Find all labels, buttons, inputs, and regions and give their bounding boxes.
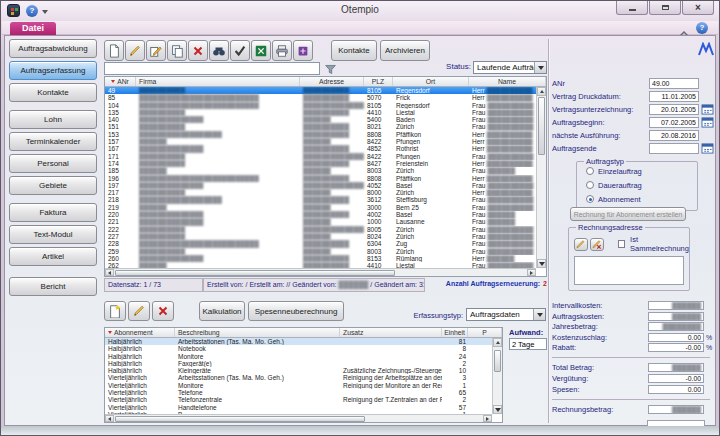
- order-row[interactable]: 196 ██████████████████████████ █████████…: [105, 175, 536, 182]
- orders-vertical-scrollbar[interactable]: [536, 87, 546, 268]
- order-row[interactable]: 227 ██████████ ██████ 8024 Zürich Frau██…: [105, 233, 536, 240]
- amount-field[interactable]: 0.00: [648, 385, 704, 394]
- tab-datei[interactable]: Datei: [10, 22, 56, 35]
- excel-export-button[interactable]: [251, 40, 271, 61]
- naechste-ausfuehrung-field[interactable]: 20.08.2016: [649, 130, 699, 141]
- order-row[interactable]: 151 ██████████ ██████████ 8021 Zürich Fr…: [105, 123, 536, 130]
- column-header-p[interactable]: P: [468, 328, 502, 337]
- scroll-thumb[interactable]: [115, 416, 365, 422]
- order-row[interactable]: 140 ██████████████ ██████ 5400 Baden Fra…: [105, 116, 536, 123]
- calendar-icon[interactable]: [701, 104, 714, 115]
- copy-record-button[interactable]: [167, 40, 187, 61]
- order-row[interactable]: 222 ██████████ ██████████████ 8005 Züric…: [105, 226, 536, 233]
- amount-field[interactable]: 0.00: [648, 333, 704, 342]
- scroll-thumb[interactable]: [538, 97, 545, 155]
- order-row[interactable]: 167 ██████████████ ██████████ 4852 Rothr…: [105, 145, 536, 152]
- sidebar-item-text-modul[interactable]: Text-Modul: [9, 225, 97, 244]
- sidebar-item-auftragsabwicklung[interactable]: Auftragsabwicklung: [9, 39, 97, 58]
- position-edit-button[interactable]: [128, 301, 150, 321]
- column-header-name[interactable]: Name: [469, 77, 546, 86]
- sidebar-item-bericht[interactable]: Bericht: [9, 277, 97, 296]
- amount-field[interactable]: ██████: [648, 363, 704, 372]
- order-row[interactable]: 218 ██████████████████ ██████████ 3612 S…: [105, 196, 536, 203]
- ribbon-help-icon[interactable]: ?: [696, 22, 708, 34]
- minimize-button[interactable]: [616, 1, 648, 15]
- search-input[interactable]: [104, 62, 320, 75]
- position-row[interactable]: Vierteljährlich Arbeitsstationen (Tas. M…: [105, 374, 492, 381]
- kalkulation-button[interactable]: Kalkulation: [199, 301, 245, 321]
- position-row[interactable]: Vierteljährlich Telefonzentrale Reinigun…: [105, 396, 492, 403]
- panel-splitter[interactable]: [548, 39, 550, 423]
- order-row[interactable]: 174 ██████████ ██████████ 8427 Freienste…: [105, 160, 536, 167]
- rechnungsadresse-field[interactable]: [574, 256, 684, 285]
- positions-vertical-scrollbar[interactable]: [492, 338, 502, 414]
- column-header-beschreibung[interactable]: Beschreibung: [175, 328, 340, 337]
- calendar-icon[interactable]: [701, 143, 714, 154]
- scroll-right-arrow[interactable]: [527, 269, 536, 276]
- new-record-button[interactable]: [104, 40, 124, 61]
- edit-record-button[interactable]: [125, 40, 145, 61]
- order-row[interactable]: 221 ██████████████ ██████ 1000 Lausanne …: [105, 218, 536, 225]
- order-row[interactable]: 220 ██████████████ ██████████ 4002 Basel…: [105, 211, 536, 218]
- close-button[interactable]: ×: [682, 1, 714, 15]
- order-row[interactable]: 104 ██████████████████████████ █████████…: [105, 102, 536, 109]
- order-row[interactable]: 197 ██████████████ ██████████████ 4052 B…: [105, 182, 536, 189]
- create-invoice-button[interactable]: Rechnung für Abonnement erstellen: [570, 207, 686, 221]
- kontakte-button[interactable]: Kontakte: [331, 40, 377, 61]
- column-header-firma[interactable]: Firma: [136, 77, 300, 86]
- auftragsbeginn-field[interactable]: 07.02.2005: [649, 117, 699, 128]
- column-header-adresse[interactable]: Adresse: [300, 77, 364, 86]
- column-header-abonnement[interactable]: Abonnement: [105, 328, 175, 337]
- column-header-ort[interactable]: Ort: [393, 77, 469, 86]
- amount-field[interactable]: ██████: [648, 312, 704, 321]
- sammelrechnung-checkbox[interactable]: [618, 240, 625, 248]
- column-header-plz[interactable]: PLZ: [364, 77, 393, 86]
- scroll-thumb[interactable]: [494, 350, 501, 372]
- scroll-up-arrow[interactable]: [537, 87, 546, 96]
- scroll-down-arrow[interactable]: [493, 405, 502, 414]
- amount-field[interactable]: -0.00: [648, 343, 704, 352]
- column-header-anr[interactable]: ANr: [105, 77, 136, 86]
- sidebar-item-terminkalender[interactable]: Terminkalender: [9, 132, 97, 151]
- amount-field[interactable]: ██████: [648, 405, 704, 414]
- dropdown-arrow-icon[interactable]: [533, 309, 545, 320]
- order-row[interactable]: 217 ██████████ ██████ 8000 Zürich Herr██…: [105, 189, 536, 196]
- radio-dauerauftrag[interactable]: Dauerauftrag: [586, 180, 697, 190]
- sidebar-item-faktura[interactable]: Faktura: [9, 203, 97, 222]
- column-header-einheit[interactable]: Einheit: [442, 328, 468, 337]
- scroll-left-arrow[interactable]: [105, 269, 114, 276]
- scroll-up-arrow[interactable]: [493, 338, 502, 347]
- order-row[interactable]: 185 ██████ ██████ 8003 Zürich Frau██████: [105, 167, 536, 174]
- scroll-left-arrow[interactable]: [105, 415, 114, 422]
- order-row[interactable]: 171 ██████████ ██████████████ 8422 Pfung…: [105, 153, 536, 160]
- order-row[interactable]: 228 ██████████████████████████ █████████…: [105, 240, 536, 247]
- order-row[interactable]: 259 ██████████ ██████ 8003 Zürich Frau██…: [105, 248, 536, 255]
- position-row[interactable]: Halbjährlich Monitore 24: [105, 353, 492, 360]
- column-header-zusatz[interactable]: Zusatz: [340, 328, 442, 337]
- sidebar-item-gebiete[interactable]: Gebiete: [9, 176, 97, 195]
- rename-record-button[interactable]: [146, 40, 166, 61]
- druckdatum-field[interactable]: 11.01.2005: [649, 91, 699, 102]
- order-row[interactable]: 157 ██████ ██████ 8422 Pfungen Herr█████…: [105, 138, 536, 145]
- order-row[interactable]: 260 ██████████████ ██████████ 8153 Rümla…: [105, 255, 536, 262]
- sidebar-item-personal[interactable]: Personal: [9, 154, 97, 173]
- position-new-button[interactable]: [104, 301, 126, 321]
- order-row[interactable]: 85 ██████████████████████████ ██████████…: [105, 94, 536, 101]
- order-row[interactable]: 219 ██████ ██████ 3000 Bern 25 Frau█████…: [105, 204, 536, 211]
- scroll-down-arrow[interactable]: [537, 259, 546, 268]
- order-row[interactable]: 135 ██████████ ██████████ 4410 Liestal F…: [105, 109, 536, 116]
- position-row[interactable]: Vierteljährlich Monitore Reinigung der M…: [105, 382, 492, 389]
- amount-field[interactable]: -0.00: [648, 374, 704, 383]
- archive-special-button[interactable]: [293, 40, 313, 61]
- confirm-button[interactable]: [230, 40, 250, 61]
- print-button[interactable]: [272, 40, 292, 61]
- maximize-button[interactable]: [649, 1, 681, 15]
- orders-horizontal-scrollbar[interactable]: [105, 268, 536, 276]
- status-dropdown[interactable]: Laufende Aufträge: [473, 61, 547, 74]
- erfassungstyp-dropdown[interactable]: Auftragsdaten: [466, 308, 546, 321]
- sidebar-item-kontakte[interactable]: Kontakte: [9, 83, 97, 102]
- position-delete-button[interactable]: [152, 301, 174, 321]
- sidebar-item-artikel[interactable]: Artikel: [9, 247, 97, 266]
- search-button[interactable]: [209, 40, 229, 61]
- anr-field[interactable]: 49.00: [649, 78, 699, 89]
